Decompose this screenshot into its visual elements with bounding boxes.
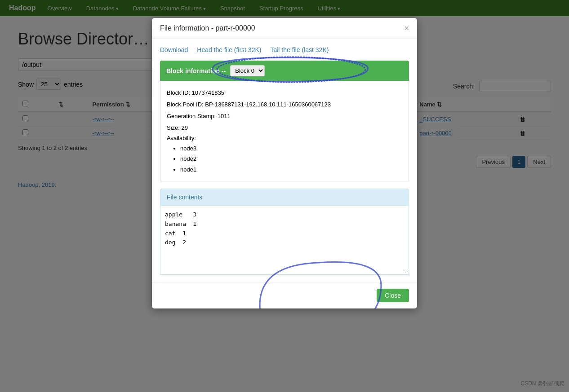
modal-links: Download Head the file (first 32K) Tail … [160,46,409,53]
block-pool-id: Block Pool ID: BP-136887131-192.168.10.1… [167,99,402,110]
generation-stamp: Generation Stamp: 1011 [167,110,402,122]
block-size: Size: 29 [167,122,402,134]
node-2: node2 [180,154,402,164]
download-link[interactable]: Download [160,46,188,53]
block-info-label: Block information -- [166,67,226,75]
modal-header: File information - part-r-00000 × [152,18,417,39]
file-contents-section: File contents apple 3 banana 1 cat 1 dog… [160,189,409,202]
head-file-link[interactable]: Head the file (first 32K) [197,46,261,53]
modal-overlay: File information - part-r-00000 × Downlo… [0,0,569,202]
modal-body: Download Head the file (first 32K) Tail … [152,39,417,202]
availability-nodes: node3 node2 node1 [180,143,402,175]
block-details: Block ID: 1073741835 Block Pool ID: BP-1… [160,81,409,181]
node-3: node3 [180,143,402,154]
file-info-modal: File information - part-r-00000 × Downlo… [152,18,417,202]
availability-label: Availability: [167,134,402,143]
block-select[interactable]: Block 0 [230,65,265,76]
node-1: node1 [180,164,402,175]
file-contents-header: File contents [160,189,409,202]
block-id: Block ID: 1073741835 [167,87,402,99]
block-info-header: Block information -- Block 0 [160,61,409,81]
modal-title: File information - part-r-00000 [160,24,255,32]
tail-file-link[interactable]: Tail the file (last 32K) [270,46,329,53]
modal-close-button[interactable]: × [404,24,409,32]
